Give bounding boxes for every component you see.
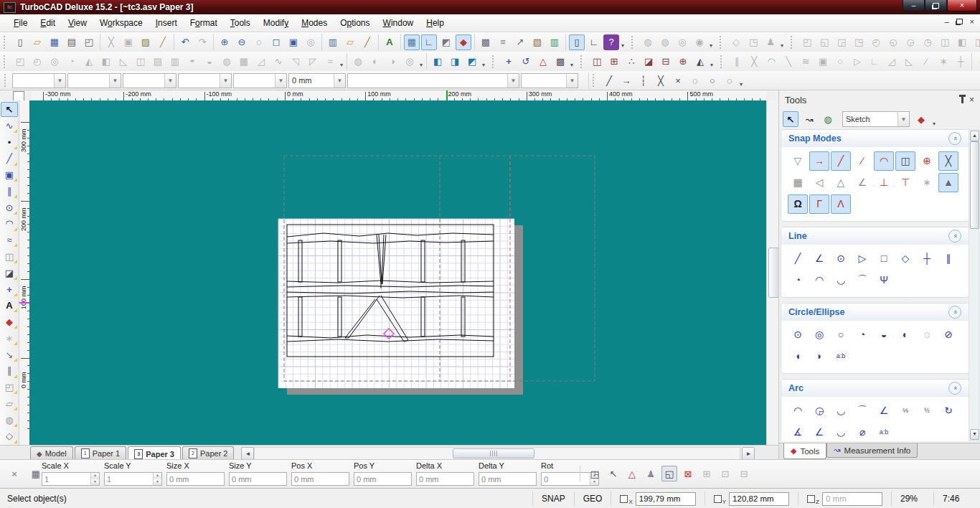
modify-bend-button[interactable]: ▷ [849, 54, 865, 70]
arc-double-point-button[interactable]: ◡ [831, 423, 851, 441]
circle-two-point-button[interactable]: ○ [831, 325, 851, 344]
modify-split-button[interactable]: ◿ [884, 54, 900, 70]
insert-file-button[interactable]: ▱ [342, 34, 358, 50]
menu-modes[interactable]: Modes [295, 16, 334, 30]
coordinate-value[interactable]: 0 mm [822, 492, 882, 506]
measure-red-button[interactable]: ⊘ [975, 54, 980, 70]
edit-node-button[interactable]: ↖ [606, 466, 621, 481]
arc-tangent-two-button[interactable]: ∠ [809, 423, 829, 441]
fill-style-button[interactable]: ◆ [913, 111, 929, 127]
circle-tangent-arc-button[interactable]: ◐ [895, 325, 915, 344]
arc-one-third-button[interactable]: ⅓ [895, 401, 915, 420]
solid-torus-button[interactable]: ◎ [47, 54, 62, 70]
panel-close-icon[interactable]: × [969, 95, 974, 105]
view-cube-8-button[interactable]: ◷ [920, 34, 936, 50]
close-button[interactable]: × [947, 0, 977, 11]
render-quality-button[interactable]: ◍ [657, 34, 673, 50]
snap-vertex-button[interactable]: ╱ [831, 151, 851, 171]
snap-rays-button[interactable]: ∗ [917, 173, 937, 192]
double-line-button[interactable]: ∥ [1, 363, 18, 378]
copy-button[interactable]: ▣ [121, 34, 136, 50]
panel-tab-tools[interactable]: ◆Tools [783, 443, 826, 459]
copy-view-button[interactable]: ▩ [478, 34, 494, 50]
close-inspector-button[interactable]: × [6, 466, 22, 481]
chevron-down-icon[interactable]: ▼ [109, 74, 121, 88]
view-iso-3-button[interactable]: ◨ [971, 34, 980, 50]
app-icon[interactable]: tc [4, 2, 16, 13]
paint-button[interactable]: ◆ [1, 314, 18, 329]
canvas-hscroll-thumb[interactable] [453, 448, 534, 458]
chevron-down-icon[interactable]: ▼ [507, 74, 519, 88]
gradient-button[interactable]: ▧ [529, 34, 545, 50]
panel-scroll-thumb[interactable] [970, 141, 979, 229]
line-irregular-polygon-button[interactable]: ▷ [852, 249, 872, 268]
chevron-down-icon[interactable]: ▼ [54, 74, 65, 88]
new-document-button[interactable]: ▯ [12, 34, 28, 50]
construction-cross-button[interactable]: × [670, 72, 686, 88]
field-input[interactable]: 0 mm [291, 472, 349, 486]
spline-button[interactable]: ≈ [1, 232, 18, 248]
modify-align-button[interactable]: ┼ [953, 54, 969, 70]
snap-grid-button[interactable]: ▦ [788, 173, 808, 192]
snap-tangent-button[interactable]: ∠ [852, 173, 872, 192]
snap-face-button[interactable]: △ [831, 173, 851, 192]
redo-button[interactable]: ↷ [194, 34, 210, 50]
text-button[interactable]: A [1, 298, 18, 313]
zoom-window-button[interactable]: ◻ [268, 34, 284, 50]
toolbar-overflow-icon[interactable]: ▾ [482, 62, 485, 70]
bool-union-button[interactable]: ◧ [430, 54, 446, 70]
box-3d-button[interactable]: ◫ [1, 249, 18, 264]
minimize-button[interactable]: – [903, 0, 925, 11]
no-snap-button[interactable]: ▽ [788, 151, 808, 171]
arc-one-half-button[interactable]: ½ [917, 401, 937, 420]
grid-toggle-button[interactable]: ▦ [404, 34, 420, 50]
assemble-button[interactable]: + [1, 281, 18, 296]
line-button[interactable]: ╱ [1, 151, 18, 166]
solid-prism-button[interactable]: ◧ [98, 54, 114, 70]
menu-workspace[interactable]: Workspace [93, 16, 149, 30]
solid-bolt-button[interactable]: ◓ [184, 54, 200, 70]
circle-excentric-button[interactable]: ⊘ [938, 325, 958, 344]
modify-trim-button[interactable]: ∥ [729, 54, 745, 70]
solid-mesh-button[interactable]: ▦ [236, 54, 252, 70]
view-cube-6-button[interactable]: ◵ [885, 34, 901, 50]
section-header[interactable]: Line« [781, 227, 969, 245]
menu-file[interactable]: File [7, 16, 34, 30]
solid-loft-button[interactable]: ◿ [253, 54, 269, 70]
pen-width-combo[interactable]: ▼ [123, 73, 176, 88]
coordinate-value[interactable]: 199,79 mm [636, 492, 696, 506]
text-style-combo[interactable]: ▼ [521, 73, 578, 88]
magnetic-point-button[interactable]: Ω [788, 194, 808, 214]
sphere-tool-button[interactable]: ◍ [1, 413, 18, 428]
snap-divide-vertical-button[interactable]: ⊥ [874, 173, 894, 192]
menu-tools[interactable]: Tools [224, 16, 257, 30]
toolbar-overflow-icon[interactable]: ▾ [710, 42, 712, 50]
toolbar-overflow-icon[interactable]: ▾ [420, 62, 423, 70]
copy-prism-button[interactable]: ◭ [692, 54, 708, 70]
view-cube-4-button[interactable]: ◳ [851, 34, 867, 50]
pin-icon[interactable] [961, 97, 963, 103]
menu-format[interactable]: Format [184, 16, 224, 30]
spinner-control[interactable]: ▲▼ [153, 473, 161, 485]
construction-circle-2-button[interactable]: ○ [705, 72, 720, 88]
pen-thickness-combo[interactable]: 0 mm▼ [288, 73, 346, 88]
bool-subtract-button[interactable]: ◨ [447, 54, 463, 70]
line-rotated-rectangle-button[interactable]: ◇ [895, 249, 915, 268]
snap-quadrant-button[interactable]: ◫ [895, 151, 915, 171]
snap-aerial-button[interactable]: ▲ [938, 173, 958, 192]
view-iso-2-button[interactable]: ◧ [954, 34, 970, 50]
copy-mirror-button[interactable]: ◪ [641, 54, 656, 70]
drawing-canvas[interactable] [29, 100, 766, 445]
pen-pattern-combo[interactable]: ▼ [178, 73, 232, 88]
eraser-button[interactable]: ▱ [1, 396, 18, 411]
toolbar-gripper[interactable] [492, 55, 497, 68]
toolbar-gripper[interactable] [4, 55, 9, 68]
ruler-toggle-button[interactable]: ∟ [421, 34, 437, 50]
paste-button[interactable]: ▨ [138, 34, 154, 50]
modify-offset-button[interactable]: ≋ [798, 54, 814, 70]
facet-4-button[interactable]: ◎ [402, 54, 418, 70]
field-input[interactable]: 0 mm [479, 472, 537, 486]
panel-select-button[interactable]: ↖ [783, 111, 798, 127]
solid-box-button[interactable]: ◰ [12, 54, 28, 70]
section-header[interactable]: Arc« [781, 380, 969, 397]
